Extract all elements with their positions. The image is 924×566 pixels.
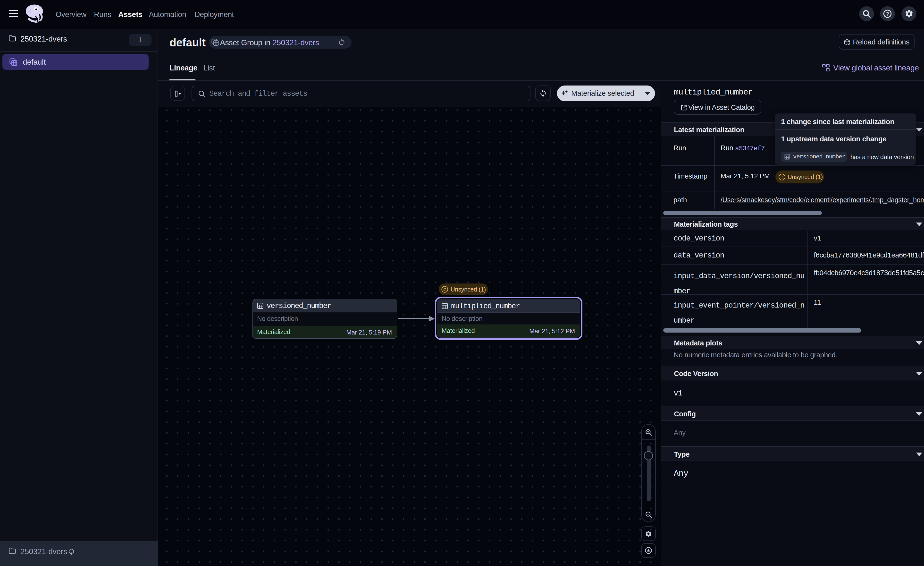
svg-text:?: ? [886, 11, 889, 17]
